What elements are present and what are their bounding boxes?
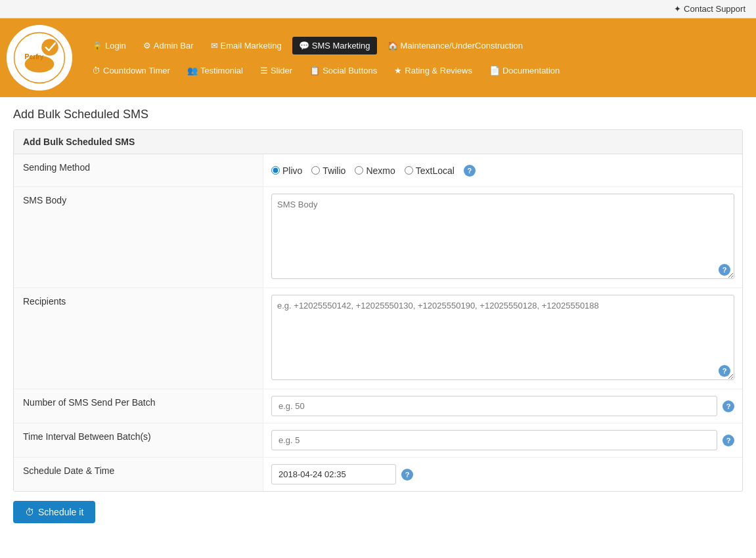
radio-textlocal[interactable]: TextLocal	[405, 165, 455, 176]
email-icon: ✉	[211, 41, 218, 51]
form-card: Add Bulk Scheduled SMS Sending Method Pl…	[13, 129, 743, 492]
nav-rating-reviews[interactable]: ★ Rating & Reviews	[388, 62, 479, 79]
schedule-button-label: Schedule it	[38, 507, 83, 517]
nav-email-marketing[interactable]: ✉ Email Marketing	[204, 37, 288, 54]
nav-maintenance[interactable]: 🏠 Maintenance/UnderConstruction	[381, 37, 529, 54]
slider-icon: ☰	[260, 66, 268, 75]
nav-documentation[interactable]: 📄 Documentation	[483, 62, 566, 79]
nav-countdown-timer[interactable]: ⏱ Countdown Timer	[85, 62, 177, 79]
nav-area: 🔒 Login ⚙ Admin Bar ✉ Email Marketing 💬 …	[79, 18, 756, 97]
recipients-row: Recipients ?	[14, 288, 742, 389]
nav-social-buttons[interactable]: 📋 Social Buttons	[303, 62, 384, 79]
schedule-icon: ⏱	[25, 507, 34, 517]
nav-login[interactable]: 🔒 Login	[85, 37, 133, 54]
nav-sms-marketing[interactable]: 💬 SMS Marketing	[292, 37, 377, 54]
sms-body-textarea[interactable]	[271, 194, 734, 279]
doc-icon: 📄	[489, 66, 500, 75]
form-card-header: Add Bulk Scheduled SMS	[14, 130, 742, 154]
sms-body-field: ?	[263, 187, 742, 288]
time-interval-field: ?	[263, 423, 742, 457]
radio-twilio-input[interactable]	[311, 166, 320, 175]
radio-twilio[interactable]: Twilio	[311, 165, 345, 176]
sending-method-radio-group: Plivo Twilio Nexmo TextLocal ?	[271, 165, 476, 177]
star-icon: ★	[394, 66, 402, 75]
radio-nexmo[interactable]: Nexmo	[355, 165, 395, 176]
sms-body-label: SMS Body	[14, 187, 263, 288]
clipboard-icon: 📋	[309, 66, 320, 75]
radio-nexmo-input[interactable]	[355, 166, 363, 175]
contact-icon: ✦	[674, 4, 681, 14]
sms-per-batch-field: ?	[263, 389, 742, 423]
contact-support-text: Contact Support	[684, 4, 745, 14]
header: Perf ry 🔒 Login ⚙ Admin Bar ✉ Email Mark…	[0, 18, 756, 97]
svg-text:ry: ry	[38, 53, 44, 60]
schedule-button[interactable]: ⏱ Schedule it	[13, 501, 95, 523]
sms-icon: 💬	[299, 41, 309, 51]
page-content: Add Bulk Scheduled SMS Add Bulk Schedule…	[0, 97, 756, 534]
time-interval-label: Time Interval Between Batch(s)	[14, 423, 263, 457]
sending-method-help-icon[interactable]: ?	[464, 165, 476, 177]
schedule-datetime-field: ?	[263, 458, 742, 491]
radio-plivo-input[interactable]	[271, 166, 280, 175]
schedule-datetime-help-icon[interactable]: ?	[401, 469, 413, 481]
time-interval-input[interactable]	[271, 430, 717, 450]
nav-admin-bar[interactable]: ⚙ Admin Bar	[137, 37, 200, 54]
time-interval-row: Time Interval Between Batch(s) ?	[14, 423, 742, 458]
home-icon: 🏠	[388, 41, 398, 51]
sending-method-field: Plivo Twilio Nexmo TextLocal ?	[263, 154, 742, 186]
time-interval-help-icon[interactable]: ?	[723, 435, 734, 446]
nav-bottom: ⏱ Countdown Timer 👥 Testimonial ☰ Slider…	[79, 58, 756, 83]
recipients-field: ?	[263, 288, 742, 389]
sms-body-help-icon[interactable]: ?	[719, 264, 730, 276]
recipients-help-icon[interactable]: ?	[719, 365, 730, 377]
svg-text:Perf: Perf	[25, 53, 39, 60]
radio-plivo[interactable]: Plivo	[271, 165, 302, 176]
recipients-textarea[interactable]	[271, 295, 734, 380]
sms-per-batch-row: Number of SMS Send Per Batch ?	[14, 389, 742, 423]
schedule-datetime-input[interactable]	[271, 464, 396, 484]
schedule-datetime-row: Schedule Date & Time ?	[14, 458, 742, 491]
sms-body-wrapper: ?	[271, 194, 734, 281]
schedule-datetime-label: Schedule Date & Time	[14, 458, 263, 491]
sending-method-row: Sending Method Plivo Twilio Nexmo	[14, 154, 742, 187]
sms-per-batch-help-icon[interactable]: ?	[723, 400, 734, 412]
nav-top: 🔒 Login ⚙ Admin Bar ✉ Email Marketing 💬 …	[79, 33, 756, 58]
sms-body-row: SMS Body ?	[14, 187, 742, 288]
contact-support-link[interactable]: ✦ Contact Support	[674, 4, 745, 14]
logo-svg: Perf ry	[13, 32, 66, 84]
lock-icon: 🔒	[92, 41, 102, 51]
top-bar: ✦ Contact Support	[0, 0, 756, 18]
nav-testimonial[interactable]: 👥 Testimonial	[181, 62, 250, 79]
recipients-wrapper: ?	[271, 295, 734, 382]
clock-icon: ⏱	[92, 66, 100, 75]
nav-slider[interactable]: ☰ Slider	[254, 62, 299, 79]
radio-textlocal-input[interactable]	[405, 166, 413, 175]
people-icon: 👥	[187, 66, 198, 75]
logo: Perf ry	[7, 25, 72, 91]
recipients-label: Recipients	[14, 288, 263, 389]
sms-per-batch-input[interactable]	[271, 396, 717, 416]
svg-point-2	[41, 39, 58, 56]
gear-icon: ⚙	[143, 41, 151, 51]
sending-method-label: Sending Method	[14, 154, 263, 186]
sms-per-batch-label: Number of SMS Send Per Batch	[14, 389, 263, 423]
page-title: Add Bulk Scheduled SMS	[13, 108, 743, 121]
